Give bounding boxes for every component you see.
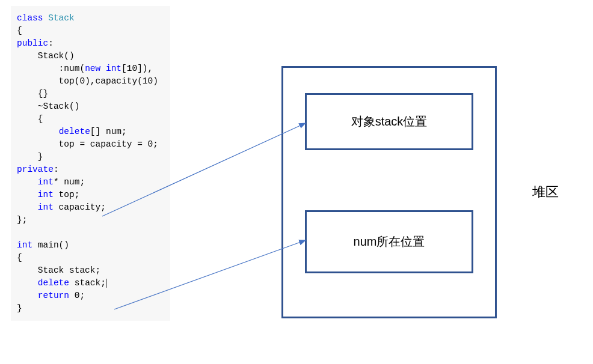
code-line: { — [17, 114, 43, 124]
kw-int: int — [38, 202, 54, 212]
code-text — [17, 190, 38, 199]
code-text: main() — [32, 240, 69, 250]
code-text: top; — [54, 190, 80, 199]
code-panel: class Stack { public: Stack() :num(new i… — [11, 6, 170, 321]
num-location-label: num所在位置 — [354, 234, 425, 250]
text-cursor — [106, 279, 106, 288]
code-text: ]), — [137, 64, 153, 73]
kw-new: new — [85, 64, 100, 73]
kw-public: public — [17, 38, 48, 48]
kw-int: int — [38, 177, 54, 187]
code-line: }; — [17, 215, 27, 225]
code-num: 10 — [143, 76, 153, 86]
code-text: * num; — [54, 177, 85, 187]
code-num: 10 — [127, 64, 137, 73]
code-num: 0 — [148, 139, 153, 149]
kw-return: return — [38, 291, 69, 300]
code-num: 0 — [79, 76, 85, 86]
code-text: top = capacity = — [17, 139, 148, 149]
kw-int: int — [106, 64, 121, 73]
code-text — [69, 291, 75, 300]
heap-region-label: 堆区 — [532, 183, 559, 201]
code-text — [17, 177, 38, 187]
code-line: } — [17, 303, 22, 313]
code-line: { — [17, 253, 22, 262]
code-line: ~Stack() — [17, 102, 79, 111]
code-text: ; — [79, 291, 85, 300]
code-text — [100, 64, 106, 73]
code-text — [17, 291, 38, 300]
code-line: Stack() — [17, 51, 75, 61]
code-text: ; — [153, 139, 158, 149]
kw-delete: delete — [38, 278, 69, 288]
stack-object-label: 对象stack位置 — [351, 114, 428, 130]
kw-int: int — [17, 240, 32, 250]
code-text: ),capacity( — [85, 76, 143, 86]
code-text — [17, 278, 38, 288]
code-text: :num( — [17, 64, 85, 73]
code-text: [] num; — [90, 127, 127, 136]
kw-class: class — [17, 13, 43, 23]
code-line: { — [17, 26, 22, 35]
code-text — [17, 127, 59, 136]
kw-delete: delete — [59, 127, 90, 136]
code-text: stack; — [69, 278, 106, 288]
code-text: ) — [153, 76, 158, 86]
code-text: : — [48, 38, 54, 48]
num-location-box: num所在位置 — [305, 210, 473, 273]
code-block: class Stack { public: Stack() :num(new i… — [17, 12, 164, 315]
code-text: top( — [17, 76, 79, 86]
code-text: capacity; — [54, 202, 106, 212]
code-line: Stack stack; — [17, 265, 100, 275]
kw-int: int — [38, 190, 54, 199]
code-text: : — [54, 165, 59, 174]
stack-object-box: 对象stack位置 — [305, 93, 473, 150]
type-stack: Stack — [43, 13, 75, 23]
code-text: [ — [121, 64, 127, 73]
kw-private: private — [17, 165, 54, 174]
code-line: {} — [17, 89, 48, 99]
code-text — [17, 202, 38, 212]
code-line: } — [17, 152, 43, 162]
